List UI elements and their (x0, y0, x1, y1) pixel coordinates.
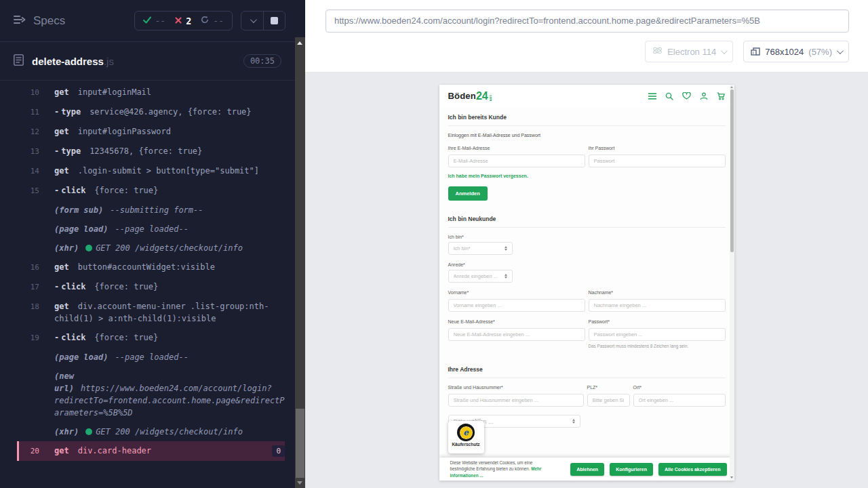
register-password-input[interactable] (589, 328, 726, 341)
spec-name: delete-address (32, 56, 104, 67)
command-name: type (61, 107, 81, 117)
login-email-label: Ihre E-Mail-Adresse (448, 146, 585, 150)
ich-bin-select[interactable]: Ich bin* (448, 242, 513, 255)
specs-label: Specs (33, 14, 65, 28)
trusted-shops-seal-icon: e (457, 424, 475, 441)
child-command-dash: - (54, 333, 59, 342)
account-icon[interactable] (700, 92, 708, 100)
command-name: get (54, 302, 69, 311)
command-name: click (61, 333, 85, 342)
trusted-shops-badge[interactable]: ... e Käuferschutz (448, 421, 484, 453)
search-icon[interactable] (665, 92, 673, 100)
command-row[interactable]: 13 -type12345678, {force: true} (17, 142, 285, 161)
stat-pending: -- (201, 16, 224, 26)
command-row[interactable]: 18 getdiv.account-menu-inner .list-group… (17, 297, 285, 328)
nachname-input[interactable] (589, 299, 726, 312)
command-number: 10 (19, 86, 39, 99)
command-row[interactable]: 17 -click{force: true} (17, 277, 285, 297)
plz-input[interactable] (587, 394, 630, 407)
scroll-down-arrow-icon[interactable] (730, 476, 733, 479)
command-args: --page loaded-- (115, 224, 188, 234)
command-row[interactable]: 10 getinput#loginMail (17, 83, 285, 102)
command-number: 16 (19, 261, 39, 274)
command-row[interactable]: 14 get.login-submit > button[type="submi… (17, 161, 285, 181)
command-row[interactable]: (form sub)--submitting form-- (17, 201, 285, 220)
login-email-input[interactable] (448, 155, 585, 167)
command-name: get (54, 127, 69, 136)
command-args: {force: true} (94, 282, 158, 291)
command-args: .login-submit > button[type="submit"] (78, 166, 259, 176)
scroll-up-arrow-icon[interactable] (297, 41, 302, 45)
child-command-dash: - (54, 146, 59, 156)
command-name: get (54, 87, 69, 97)
forgot-password-link[interactable]: Ich habe mein Passwort vergessen. (448, 174, 528, 178)
cookie-decline-button[interactable]: Ablehnen (570, 463, 604, 476)
command-row[interactable]: 12 getinput#loginPassword (17, 122, 285, 142)
select-arrows-icon (505, 274, 507, 279)
vorname-input[interactable] (448, 299, 585, 312)
xhr-status-dot-icon (85, 428, 92, 435)
ort-label: Ort* (633, 385, 726, 390)
command-number (19, 351, 39, 352)
ort-input[interactable] (633, 394, 726, 407)
command-args: button#accountWidget:visible (78, 262, 215, 272)
spec-duration: 00:35 (243, 54, 281, 68)
app-scrollbar[interactable] (730, 85, 734, 481)
command-row[interactable]: (xhr)GET 200 /widgets/checkout/info (17, 422, 285, 441)
command-row[interactable]: 11 -typeservice@426.agency, {force: true… (17, 102, 285, 122)
command-number: 17 (19, 281, 39, 293)
specs-menu-button[interactable]: Specs (14, 14, 65, 28)
spec-row[interactable]: delete-address.js 00:35 (0, 42, 295, 81)
wishlist-heart-icon[interactable] (682, 92, 691, 100)
cookie-configure-button[interactable]: Konfigurieren (610, 463, 653, 476)
cookie-accept-all-button[interactable]: Alle Cookies akzeptieren (658, 463, 726, 476)
command-number: 19 (19, 331, 39, 344)
stat-passed: -- (143, 16, 166, 26)
browser-header: https://www.boeden24.com/account/login?r… (305, 0, 868, 73)
scroll-down-arrow-icon[interactable] (297, 481, 302, 485)
app-under-test: Böden24com Ich bin bereits Kunde Einlogg… (439, 85, 734, 481)
command-row[interactable]: (new url)https://www.boeden24.com/accoun… (17, 367, 285, 422)
viewport-picker[interactable]: 768x1024 (57%) (743, 41, 849, 62)
command-name: (page load) (54, 352, 108, 362)
command-name: click (61, 186, 85, 195)
spec-file-icon (14, 54, 24, 68)
select-arrows-icon (505, 246, 507, 251)
anrede-select[interactable]: Anrede eingeben ... (448, 270, 513, 283)
command-row[interactable]: 19 -click{force: true} (17, 328, 285, 348)
scroll-up-arrow-icon[interactable] (730, 86, 733, 88)
collapse-button[interactable] (241, 12, 263, 30)
street-input[interactable] (448, 394, 584, 407)
test-stats: -- 2 -- (134, 11, 233, 30)
command-row[interactable]: (xhr)GET 200 /widgets/checkout/info (17, 239, 285, 258)
chevron-down-icon (250, 16, 256, 23)
scrollbar-thumb[interactable] (730, 89, 734, 252)
command-row[interactable]: 16 getbutton#accountWidget:visible (17, 258, 285, 277)
command-row[interactable]: (page load)--page loaded-- (17, 220, 285, 239)
select-arrows-icon (572, 419, 575, 424)
command-args: div.card-header (78, 446, 151, 455)
command-args: service@426.agency, {force: true} (90, 107, 251, 117)
cookie-text: Diese Website verwendet Cookies, um eine… (450, 460, 551, 478)
command-name: (xhr) (54, 243, 79, 253)
command-row[interactable]: (page load)--page loaded-- (17, 348, 285, 367)
reporter-scrollbar[interactable] (295, 37, 305, 488)
browser-picker[interactable]: Electron 114 (645, 41, 733, 62)
command-number: 13 (19, 145, 39, 158)
badge-menu-dots[interactable]: ... (475, 414, 482, 421)
cart-icon[interactable] (717, 92, 726, 100)
command-row[interactable]: 15 -click{force: true} (17, 181, 285, 201)
spec-extension: .js (104, 56, 114, 67)
url-bar[interactable]: https://www.boeden24.com/account/login?r… (326, 9, 849, 33)
neue-email-input[interactable] (448, 328, 585, 341)
scrollbar-thumb[interactable] (296, 409, 304, 478)
login-password-input[interactable] (589, 155, 726, 167)
command-row[interactable]: 20 getdiv.card-header 0 (17, 441, 285, 461)
shop-logo[interactable]: Böden24com (448, 91, 492, 101)
login-submit-button[interactable]: Anmelden (448, 186, 488, 201)
menu-icon[interactable] (648, 93, 656, 100)
stop-button[interactable] (263, 12, 285, 30)
command-number: 15 (19, 184, 39, 197)
nachname-label: Nachname* (589, 290, 726, 295)
street-label: Straße und Hausnummer* (448, 385, 584, 390)
